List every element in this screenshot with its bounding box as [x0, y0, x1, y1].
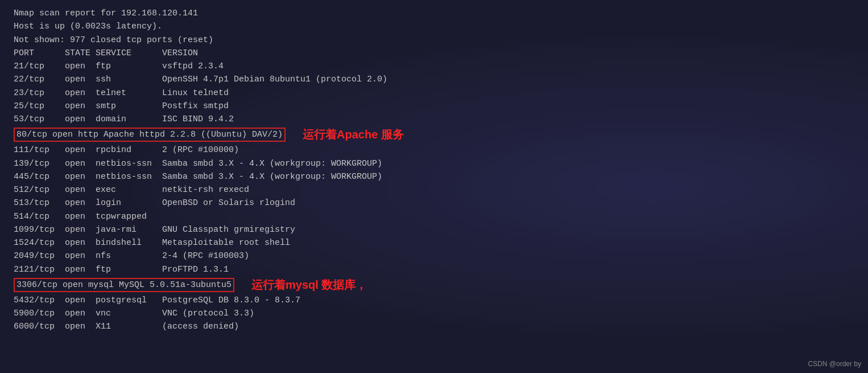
terminal-line-text: Not shown: 977 closed tcp ports (reset): [14, 34, 213, 47]
watermark: CSDN @order by: [808, 359, 861, 370]
terminal-line-text: 2049/tcp open nfs 2-4 (RPC #100003): [14, 249, 249, 263]
terminal-line-text: 25/tcp open smtp Postfix smtpd: [14, 100, 229, 113]
terminal-line: 139/tcp open netbios-ssn Samba smbd 3.X …: [14, 157, 854, 170]
terminal-line: 5900/tcp open vnc VNC (protocol 3.3): [14, 307, 854, 320]
terminal-line: 111/tcp open rpcbind 2 (RPC #100000): [14, 144, 854, 157]
terminal-line: 80/tcp open http Apache httpd 2.2.8 ((Ub…: [14, 126, 854, 144]
terminal-line-text: 2121/tcp open ftp ProFTPD 1.3.1: [14, 263, 229, 276]
terminal-line: 3306/tcp open mysql MySQL 5.0.51a-3ubunt…: [14, 276, 854, 294]
terminal-line: 514/tcp open tcpwrapped: [14, 210, 854, 223]
highlighted-line: 80/tcp open http Apache httpd 2.2.8 ((Ub…: [14, 128, 286, 142]
terminal-line-text: Host is up (0.0023s latency).: [14, 20, 162, 33]
terminal-line: 23/tcp open telnet Linux telnetd: [14, 87, 854, 100]
terminal-line: Nmap scan report for 192.168.120.141: [14, 7, 854, 20]
terminal-line-text: 22/tcp open ssh OpenSSH 4.7p1 Debian 8ub…: [14, 73, 387, 86]
terminal-line-text: 23/tcp open telnet Linux telnetd: [14, 87, 229, 100]
terminal-line: 1524/tcp open bindshell Metasploitable r…: [14, 236, 854, 249]
terminal-line: 22/tcp open ssh OpenSSH 4.7p1 Debian 8ub…: [14, 73, 854, 86]
terminal-line-text: 1524/tcp open bindshell Metasploitable r…: [14, 236, 290, 249]
terminal-line-text: 21/tcp open ftp vsftpd 2.3.4: [14, 60, 224, 73]
terminal-line: 5432/tcp open postgresql PostgreSQL DB 8…: [14, 294, 854, 307]
terminal-line: 512/tcp open exec netkit-rsh rexecd: [14, 183, 854, 196]
terminal-line-text: PORT STATE SERVICE VERSION: [14, 47, 198, 60]
terminal-window: Nmap scan report for 192.168.120.141Host…: [0, 0, 868, 338]
terminal-line: 2049/tcp open nfs 2-4 (RPC #100003): [14, 249, 854, 263]
terminal-line: 21/tcp open ftp vsftpd 2.3.4: [14, 60, 854, 73]
terminal-line-text: 111/tcp open rpcbind 2 (RPC #100000): [14, 144, 239, 157]
terminal-line: 445/tcp open netbios-ssn Samba smbd 3.X …: [14, 170, 854, 183]
terminal-line-text: 512/tcp open exec netkit-rsh rexecd: [14, 183, 249, 196]
terminal-line: 2121/tcp open ftp ProFTPD 1.3.1: [14, 263, 854, 276]
terminal-line-text: 1099/tcp open java-rmi GNU Classpath grm…: [14, 223, 295, 236]
annotation-text: 运行着Apache 服务: [303, 126, 404, 144]
annotation-text: 运行着mysql 数据库，: [251, 276, 367, 294]
terminal-line: 25/tcp open smtp Postfix smtpd: [14, 100, 854, 113]
terminal-line: Host is up (0.0023s latency).: [14, 20, 854, 33]
terminal-line-text: 53/tcp open domain ISC BIND 9.4.2: [14, 113, 234, 126]
terminal-line: 6000/tcp open X11 (access denied): [14, 320, 854, 333]
terminal-line-text: 5432/tcp open postgresql PostgreSQL DB 8…: [14, 294, 300, 307]
terminal-line: Not shown: 977 closed tcp ports (reset): [14, 34, 854, 47]
terminal-line-text: 6000/tcp open X11 (access denied): [14, 320, 239, 333]
terminal-line: 1099/tcp open java-rmi GNU Classpath grm…: [14, 223, 854, 236]
terminal-line-text: 139/tcp open netbios-ssn Samba smbd 3.X …: [14, 157, 382, 170]
nmap-output: Nmap scan report for 192.168.120.141Host…: [7, 5, 861, 334]
terminal-line-text: Nmap scan report for 192.168.120.141: [14, 7, 198, 20]
terminal-line: 53/tcp open domain ISC BIND 9.4.2: [14, 113, 854, 126]
highlighted-line: 3306/tcp open mysql MySQL 5.0.51a-3ubunt…: [14, 278, 234, 292]
terminal-line-text: 514/tcp open tcpwrapped: [14, 210, 147, 223]
terminal-line-text: 5900/tcp open vnc VNC (protocol 3.3): [14, 307, 254, 320]
terminal-line: 513/tcp open login OpenBSD or Solaris rl…: [14, 196, 854, 210]
terminal-line-text: 445/tcp open netbios-ssn Samba smbd 3.X …: [14, 170, 382, 183]
terminal-line: PORT STATE SERVICE VERSION: [14, 47, 854, 60]
terminal-line-text: 513/tcp open login OpenBSD or Solaris rl…: [14, 196, 295, 210]
